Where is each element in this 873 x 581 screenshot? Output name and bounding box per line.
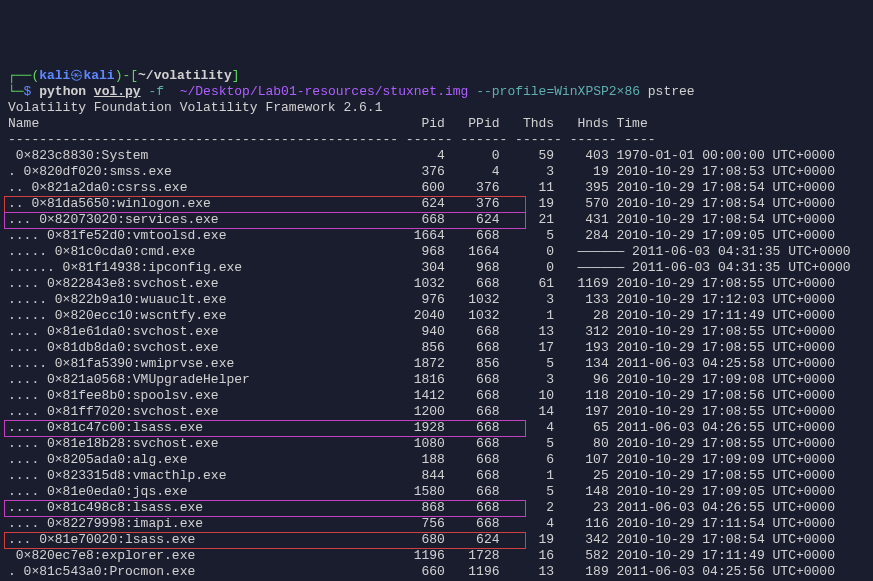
- process-row: .... 0×822843e8:svchost.exe 1032 668 61 …: [8, 276, 865, 292]
- process-row: ... 0×81e70020:lsass.exe 680 624 19 342 …: [8, 532, 865, 548]
- process-row: ...... 0×81f14938:ipconfig.exe 304 968 0…: [8, 260, 865, 276]
- process-row: .... 0×8205ada0:alg.exe 188 668 6 107 20…: [8, 452, 865, 468]
- prompt-line-1: ┌──(kali㉿kali)-[~/volatility]: [8, 68, 865, 84]
- process-row: 0×823c8830:System 4 0 59 403 1970-01-01 …: [8, 148, 865, 164]
- process-row: . 0×81c543a0:Procmon.exe 660 1196 13 189…: [8, 564, 865, 580]
- process-row: .... 0×821a0568:VMUpgradeHelper 1816 668…: [8, 372, 865, 388]
- process-row: ..... 0×822b9a10:wuauclt.exe 976 1032 3 …: [8, 292, 865, 308]
- process-row: .... 0×81c47c00:lsass.exe 1928 668 4 65 …: [8, 420, 865, 436]
- process-row: .... 0×81fe52d0:vmtoolsd.exe 1664 668 5 …: [8, 228, 865, 244]
- process-row: .... 0×82279998:imapi.exe 756 668 4 116 …: [8, 516, 865, 532]
- process-row: .... 0×81e0eda0:jqs.exe 1580 668 5 148 2…: [8, 484, 865, 500]
- process-row: ... 0×82073020:services.exe 668 624 21 4…: [8, 212, 865, 228]
- process-row: ..... 0×81fa5390:wmiprvse.exe 1872 856 5…: [8, 356, 865, 372]
- process-row: .. 0×821a2da0:csrss.exe 600 376 11 395 2…: [8, 180, 865, 196]
- process-row: .... 0×823315d8:vmacthlp.exe 844 668 1 2…: [8, 468, 865, 484]
- process-row: .... 0×81e61da0:svchost.exe 940 668 13 3…: [8, 324, 865, 340]
- process-row: ..... 0×81c0cda0:cmd.exe 968 1664 0 ————…: [8, 244, 865, 260]
- banner: Volatility Foundation Volatility Framewo…: [8, 100, 865, 116]
- table-header: Name Pid PPid Thds Hnds Time: [8, 116, 865, 132]
- process-row: ..... 0×820ecc10:wscntfy.exe 2040 1032 1…: [8, 308, 865, 324]
- process-row: .... 0×81c498c8:lsass.exe 868 668 2 23 2…: [8, 500, 865, 516]
- header-underline: ----------------------------------------…: [8, 132, 865, 148]
- prompt-line-2: └─$ python vol.py -f ~/Desktop/Lab01-res…: [8, 84, 865, 100]
- process-row: .... 0×81e18b28:svchost.exe 1080 668 5 8…: [8, 436, 865, 452]
- terminal-output[interactable]: ┌──(kali㉿kali)-[~/volatility]└─$ python …: [8, 68, 865, 581]
- process-row: .. 0×81da5650:winlogon.exe 624 376 19 57…: [8, 196, 865, 212]
- process-row: .... 0×81db8da0:svchost.exe 856 668 17 1…: [8, 340, 865, 356]
- process-row: .... 0×81fee8b0:spoolsv.exe 1412 668 10 …: [8, 388, 865, 404]
- process-row: . 0×820df020:smss.exe 376 4 3 19 2010-10…: [8, 164, 865, 180]
- process-row: .... 0×81ff7020:svchost.exe 1200 668 14 …: [8, 404, 865, 420]
- process-row: 0×820ec7e8:explorer.exe 1196 1728 16 582…: [8, 548, 865, 564]
